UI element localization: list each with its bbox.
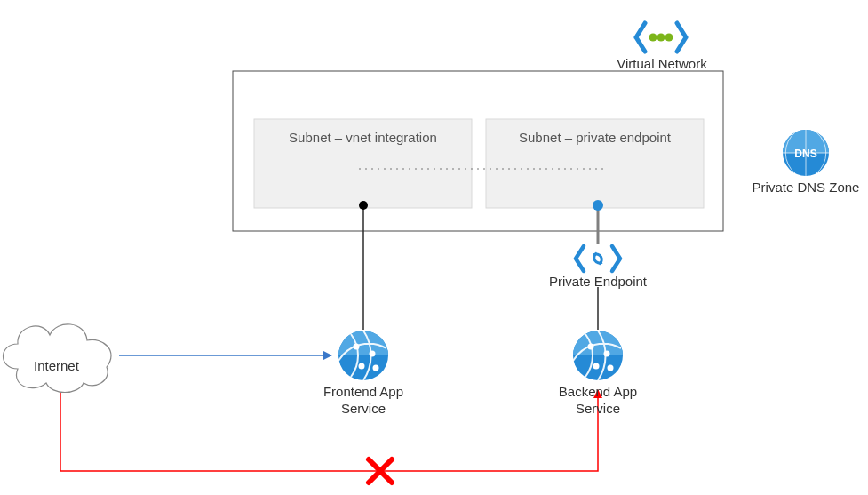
svg-point-10 [359,363,365,370]
svg-point-11 [373,365,379,371]
virtual-network-icon [636,23,686,52]
private-endpoint-label: Private Endpoint [540,274,656,291]
svg-point-16 [608,365,614,371]
virtual-network-label: Virtual Network [604,56,720,73]
svg-point-9 [370,351,376,357]
private-dns-zone-icon: DNS [783,130,829,176]
backend-label: Backend App Service [540,384,656,418]
svg-point-0 [359,201,368,210]
backend-app-service-icon [573,331,623,380]
subnet-integ-label: Subnet – vnet integration [263,130,463,145]
svg-point-13 [588,344,594,350]
svg-point-8 [354,344,360,350]
internet-label: Internet [34,358,96,375]
dns-badge-text: DNS [794,148,816,160]
svg-point-4 [649,34,657,42]
dns-zone-label: Private DNS Zone [748,180,864,196]
svg-point-6 [665,34,673,42]
svg-point-14 [604,351,610,357]
svg-point-1 [593,200,603,211]
svg-point-15 [593,363,600,370]
frontend-app-service-icon [338,331,388,380]
frontend-label: Frontend App Service [306,384,421,418]
private-endpoint-icon [576,246,620,271]
svg-point-5 [657,34,665,42]
subnet-pe-label: Subnet – private endpoint [495,130,695,145]
